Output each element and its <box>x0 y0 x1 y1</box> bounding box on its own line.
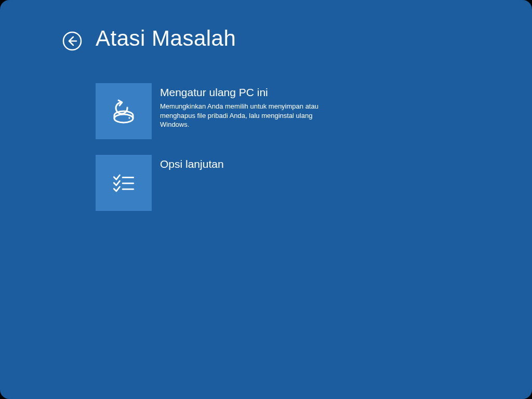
reset-pc-icon <box>107 95 140 128</box>
option-advanced[interactable]: Opsi lanjutan <box>96 155 345 211</box>
option-text: Mengatur ulang PC ini Memungkinkan Anda … <box>152 83 326 129</box>
option-title: Opsi lanjutan <box>160 158 224 170</box>
option-tile <box>96 155 152 211</box>
svg-point-2 <box>114 114 133 123</box>
options-list: Mengatur ulang PC ini Memungkinkan Anda … <box>96 83 345 227</box>
option-reset-pc[interactable]: Mengatur ulang PC ini Memungkinkan Anda … <box>96 83 345 139</box>
option-text: Opsi lanjutan <box>152 155 224 174</box>
back-arrow-icon <box>62 31 82 51</box>
page-title: Atasi Masalah <box>96 26 236 51</box>
svg-point-3 <box>128 117 130 118</box>
back-button[interactable] <box>62 31 82 51</box>
option-title: Mengatur ulang PC ini <box>160 86 326 99</box>
option-description: Memungkinkan Anda memilih untuk menyimpa… <box>160 102 326 129</box>
option-tile <box>96 83 152 139</box>
advanced-options-icon <box>108 167 139 198</box>
troubleshoot-screen: Atasi Masalah Mengatur ulang PC ini Memu… <box>0 0 532 399</box>
